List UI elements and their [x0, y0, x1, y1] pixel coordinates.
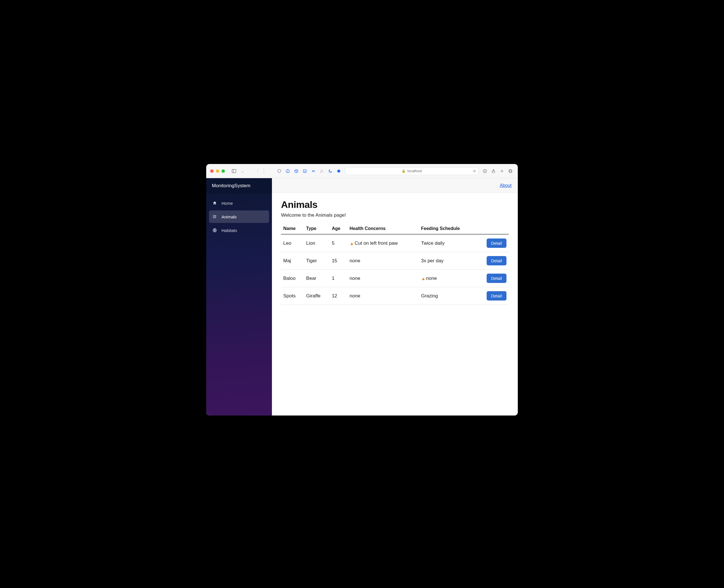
- cell-actions: Detail: [477, 234, 509, 252]
- sidebar-nav: HomeAnimalsHabitats: [206, 193, 272, 240]
- back-button[interactable]: 〈: [253, 168, 260, 174]
- browser-window: ⌄ 〈 〉 JS: [206, 164, 518, 416]
- detail-button[interactable]: Detail: [487, 256, 507, 266]
- svg-point-6: [313, 170, 314, 171]
- cell-name: Leo: [281, 234, 304, 252]
- address-text: localhost: [407, 169, 422, 173]
- maximize-window-button[interactable]: [221, 169, 225, 173]
- cell-health: none: [347, 252, 419, 270]
- extension-broadcast-icon[interactable]: [310, 168, 317, 174]
- list-icon: [212, 214, 217, 219]
- table-row: MajTiger15none3x per dayDetail: [281, 252, 509, 270]
- cell-feeding: Twice daily: [419, 234, 477, 252]
- warning-icon: ▲: [349, 241, 354, 246]
- svg-rect-0: [232, 169, 236, 173]
- main-content: Animals Welcome to the Animals page! Nam…: [272, 193, 518, 311]
- column-header: Name: [281, 223, 304, 234]
- column-header: Feeding Schedule: [419, 223, 477, 234]
- extension-rss-icon[interactable]: [318, 168, 325, 174]
- reload-icon[interactable]: ⟳: [473, 169, 476, 173]
- sidebar-item-habitats[interactable]: Habitats: [209, 224, 269, 236]
- animals-table: NameTypeAgeHealth ConcernsFeeding Schedu…: [281, 223, 509, 305]
- column-header: Age: [329, 223, 347, 234]
- cell-health: none: [347, 270, 419, 287]
- cell-age: 1: [329, 270, 347, 287]
- content-area: About Animals Welcome to the Animals pag…: [272, 178, 518, 416]
- table-header-row: NameTypeAgeHealth ConcernsFeeding Schedu…: [281, 223, 509, 234]
- page-title: Animals: [281, 199, 509, 210]
- share-icon[interactable]: [490, 168, 497, 174]
- forward-button[interactable]: 〉: [262, 168, 269, 174]
- table-body: LeoLion5▲Cut on left front pawTwice dail…: [281, 234, 509, 305]
- cell-type: Tiger: [304, 252, 330, 270]
- topbar: About: [272, 178, 518, 193]
- lock-icon: 🔒: [402, 169, 406, 173]
- svg-point-8: [337, 169, 340, 172]
- brand-title: MonitoringSystem: [206, 178, 272, 193]
- table-row: SpotsGiraffe12noneGrazingDetail: [281, 287, 509, 305]
- address-bar[interactable]: 🔒 localhost ⟳: [345, 167, 479, 175]
- cell-type: Bear: [304, 270, 330, 287]
- globe-icon: [212, 228, 217, 233]
- warning-icon: ▲: [421, 276, 425, 281]
- cell-health: ▲Cut on left front paw: [347, 234, 419, 252]
- sidebar-item-label: Animals: [221, 214, 236, 219]
- sidebar-item-animals[interactable]: Animals: [209, 210, 269, 223]
- cell-feeding: ▲none: [419, 270, 477, 287]
- cell-feeding: Grazing: [419, 287, 477, 305]
- browser-toolbar: ⌄ 〈 〉 JS: [206, 164, 518, 178]
- close-window-button[interactable]: [210, 169, 214, 173]
- detail-button[interactable]: Detail: [487, 291, 507, 300]
- column-header: Health Concerns: [347, 223, 419, 234]
- home-icon: [212, 201, 217, 205]
- cell-age: 15: [329, 252, 347, 270]
- cell-type: Giraffe: [304, 287, 330, 305]
- cell-age: 5: [329, 234, 347, 252]
- window-controls: [210, 169, 225, 173]
- table-row: BalooBear1none▲noneDetail: [281, 270, 509, 287]
- svg-point-7: [320, 172, 321, 172]
- sidebar-item-label: Home: [221, 201, 233, 206]
- extension-badge-icon[interactable]: [284, 168, 291, 174]
- column-header-actions: [477, 223, 509, 234]
- shield-icon[interactable]: [276, 168, 283, 174]
- chevron-down-icon[interactable]: ⌄: [239, 168, 246, 174]
- svg-point-20: [213, 217, 214, 218]
- extension-cube-icon[interactable]: [293, 168, 300, 174]
- downloads-icon[interactable]: [482, 168, 488, 174]
- detail-button[interactable]: Detail: [487, 274, 507, 283]
- sidebar-item-label: Habitats: [221, 228, 237, 233]
- new-tab-icon[interactable]: [498, 168, 505, 174]
- cell-actions: Detail: [477, 270, 509, 287]
- extension-js-icon[interactable]: JS: [301, 168, 308, 174]
- column-header: Type: [304, 223, 330, 234]
- about-link[interactable]: About: [500, 183, 512, 188]
- app-viewport: MonitoringSystem HomeAnimalsHabitats Abo…: [206, 178, 518, 416]
- extension-globe-icon[interactable]: [335, 168, 342, 174]
- detail-button[interactable]: Detail: [487, 238, 507, 248]
- table-row: LeoLion5▲Cut on left front pawTwice dail…: [281, 234, 509, 252]
- minimize-window-button[interactable]: [216, 169, 219, 173]
- sidebar: MonitoringSystem HomeAnimalsHabitats: [206, 178, 272, 416]
- svg-rect-14: [509, 169, 512, 172]
- cell-actions: Detail: [477, 287, 509, 305]
- svg-point-3: [288, 172, 288, 172]
- cell-name: Maj: [281, 252, 304, 270]
- cell-name: Spots: [281, 287, 304, 305]
- tabs-overview-icon[interactable]: [507, 168, 514, 174]
- svg-text:JS: JS: [304, 170, 306, 172]
- cell-actions: Detail: [477, 252, 509, 270]
- cell-health: none: [347, 287, 419, 305]
- cell-type: Lion: [304, 234, 330, 252]
- extension-moon-icon[interactable]: [327, 168, 334, 174]
- cell-age: 12: [329, 287, 347, 305]
- cell-name: Baloo: [281, 270, 304, 287]
- sidebar-item-home[interactable]: Home: [209, 197, 269, 209]
- cell-feeding: 3x per day: [419, 252, 477, 270]
- svg-rect-13: [510, 170, 512, 172]
- page-subtitle: Welcome to the Animals page!: [281, 212, 509, 218]
- sidebar-toggle-icon[interactable]: [231, 168, 237, 174]
- svg-point-19: [213, 216, 214, 217]
